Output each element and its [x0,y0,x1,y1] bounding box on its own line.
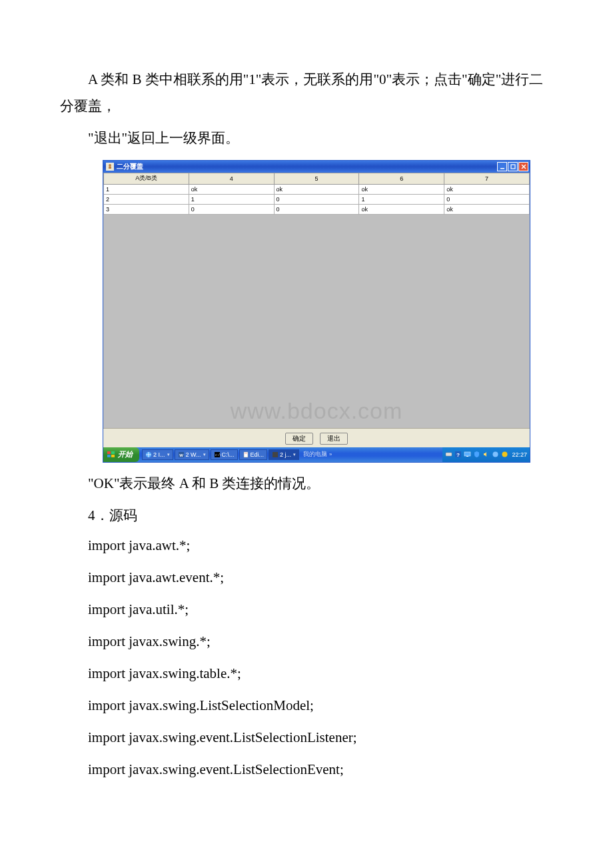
code-line: import java.util.*; [60,597,553,623]
cell[interactable]: 0 [274,194,359,204]
watermark: www.bdocx.com [103,398,530,424]
svg-rect-22 [466,456,468,457]
task-label: 2 W... [186,451,201,458]
sound-icon[interactable] [482,451,490,458]
svg-rect-7 [111,451,115,454]
chevron-right-icon: » [329,451,332,457]
cmd-icon: c:\ [214,451,221,458]
col-header[interactable]: 4 [189,173,274,184]
task-items: 2 I... ▾ W 2 W... ▾ c:\ C:\... Edi... [139,449,442,460]
monitor-icon[interactable] [464,451,471,458]
cell[interactable]: 2 [104,194,189,204]
svg-rect-15 [244,452,248,457]
code-line: import javax.swing.*; [60,629,553,655]
paragraph-3: "OK"表示最终 A 和 B 类连接的情况。 [60,471,553,497]
task-item[interactable]: Edi... [239,449,268,460]
network-icon[interactable] [492,451,499,458]
cell[interactable]: ok [274,184,359,194]
table-row[interactable]: 2 1 0 1 0 [104,194,530,204]
paragraph-2: "退出"返回上一级界面。 [60,125,553,152]
document-page: A 类和 B 类中相联系的用"1"表示，无联系的用"0"表示；点击"确定"进行二… [0,0,613,829]
svg-rect-9 [111,455,115,457]
code-line: import javax.swing.event.ListSelectionLi… [60,725,553,751]
task-label: 2 j... [280,451,291,458]
taskbar: 开始 2 I... ▾ W 2 W... ▾ c:\ C:\... [103,447,530,462]
svg-text:c:\: c:\ [215,453,221,457]
section-heading: 4．源码 [60,503,553,529]
empty-grid-area: www.bdocx.com [103,215,530,428]
svg-point-0 [109,164,111,167]
svg-rect-8 [107,455,111,457]
java-icon [272,451,279,458]
windows-flag-icon [107,451,115,458]
browser-icon [145,451,152,458]
window-controls [497,162,528,171]
cell[interactable]: 3 [104,204,189,214]
cell[interactable]: ok [444,184,530,194]
clock[interactable]: 22:27 [512,451,527,458]
table-row[interactable]: 1 ok ok ok ok [104,184,530,194]
svg-rect-21 [464,452,470,456]
cell[interactable]: 1 [104,184,189,194]
col-header[interactable]: 5 [274,173,359,184]
word-icon: W [178,451,185,458]
task-label: 2 I... [153,451,165,458]
svg-rect-6 [107,451,111,454]
svg-rect-1 [109,167,111,169]
svg-rect-3 [511,165,515,169]
col-header[interactable]: A类/B类 [104,173,189,184]
svg-point-24 [502,452,508,457]
svg-text:W: W [179,453,183,457]
help-icon[interactable]: ? [454,451,462,458]
chevron-down-icon: ▾ [167,452,170,457]
code-line: import java.awt.*; [60,533,553,559]
cell[interactable]: 1 [189,194,274,204]
svg-text:?: ? [457,452,460,458]
titlebar: 二分覆盖 [103,161,530,173]
start-button[interactable]: 开始 [103,447,139,462]
cell[interactable]: 0 [444,194,530,204]
chevron-down-icon: ▾ [293,452,296,457]
task-item[interactable]: 2 j... ▾ [269,449,299,460]
data-table[interactable]: A类/B类 4 5 6 7 1 ok ok ok ok [103,173,530,215]
table-row[interactable]: 3 0 0 ok ok [104,204,530,214]
code-line: import javax.swing.table.*; [60,661,553,687]
button-bar: 确定 退出 [103,428,530,447]
status-icon[interactable] [501,451,508,458]
tray-label[interactable]: 我的电脑 [303,450,327,459]
task-item[interactable]: 2 I... ▾ [142,449,173,460]
cell[interactable]: ok [189,184,274,194]
ok-button[interactable]: 确定 [285,433,313,445]
app-window: 二分覆盖 A类/B类 4 5 6 7 [103,160,530,463]
code-line: import java.awt.event.*; [60,565,553,591]
cell[interactable]: 1 [359,194,444,204]
shield-icon[interactable] [473,451,480,458]
cell[interactable]: ok [444,204,530,214]
svg-rect-17 [273,452,278,457]
table-area: A类/B类 4 5 6 7 1 ok ok ok ok [103,173,530,428]
window-title: 二分覆盖 [117,162,497,171]
task-item[interactable]: c:\ C:\... [211,449,238,460]
notepad-icon [243,451,249,458]
table-header-row: A类/B类 4 5 6 7 [104,173,530,184]
close-button[interactable] [518,162,528,171]
svg-rect-18 [446,453,452,456]
cell[interactable]: 0 [189,204,274,214]
svg-rect-2 [500,168,504,169]
exit-button[interactable]: 退出 [320,433,348,445]
task-label: C:\... [222,451,235,458]
svg-point-23 [493,452,498,457]
cell[interactable]: 0 [274,204,359,214]
task-item[interactable]: W 2 W... ▾ [175,449,209,460]
code-line: import javax.swing.ListSelectionModel; [60,693,553,719]
cell[interactable]: ok [359,184,444,194]
code-line: import javax.swing.event.ListSelectionEv… [60,757,553,783]
keyboard-icon[interactable] [445,451,452,458]
task-label: Edi... [251,451,265,458]
minimize-button[interactable] [497,162,507,171]
maximize-button[interactable] [508,162,518,171]
col-header[interactable]: 7 [444,173,530,184]
app-icon [106,163,114,171]
col-header[interactable]: 6 [359,173,444,184]
cell[interactable]: ok [359,204,444,214]
